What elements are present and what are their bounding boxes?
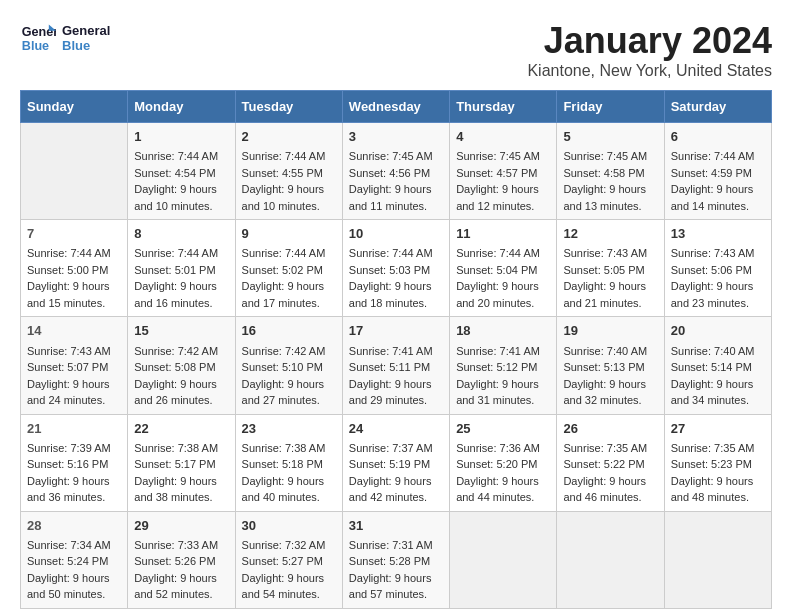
logo-line1: General — [62, 23, 110, 38]
day-number: 29 — [134, 517, 228, 535]
calendar-cell: 14Sunrise: 7:43 AMSunset: 5:07 PMDayligh… — [21, 317, 128, 414]
calendar-cell: 2Sunrise: 7:44 AMSunset: 4:55 PMDaylight… — [235, 123, 342, 220]
calendar-cell: 21Sunrise: 7:39 AMSunset: 5:16 PMDayligh… — [21, 414, 128, 511]
day-info: Sunrise: 7:45 AMSunset: 4:57 PMDaylight:… — [456, 148, 550, 214]
day-number: 31 — [349, 517, 443, 535]
day-info: Sunrise: 7:35 AMSunset: 5:22 PMDaylight:… — [563, 440, 657, 506]
week-row-5: 28Sunrise: 7:34 AMSunset: 5:24 PMDayligh… — [21, 511, 772, 608]
calendar-body: 1Sunrise: 7:44 AMSunset: 4:54 PMDaylight… — [21, 123, 772, 609]
day-info: Sunrise: 7:40 AMSunset: 5:14 PMDaylight:… — [671, 343, 765, 409]
day-number: 3 — [349, 128, 443, 146]
day-number: 20 — [671, 322, 765, 340]
day-info: Sunrise: 7:33 AMSunset: 5:26 PMDaylight:… — [134, 537, 228, 603]
day-number: 8 — [134, 225, 228, 243]
header-monday: Monday — [128, 91, 235, 123]
header-row: SundayMondayTuesdayWednesdayThursdayFrid… — [21, 91, 772, 123]
day-info: Sunrise: 7:42 AMSunset: 5:08 PMDaylight:… — [134, 343, 228, 409]
day-number: 2 — [242, 128, 336, 146]
day-info: Sunrise: 7:42 AMSunset: 5:10 PMDaylight:… — [242, 343, 336, 409]
calendar-cell: 6Sunrise: 7:44 AMSunset: 4:59 PMDaylight… — [664, 123, 771, 220]
day-number: 6 — [671, 128, 765, 146]
title-block: January 2024 Kiantone, New York, United … — [527, 20, 772, 80]
day-number: 21 — [27, 420, 121, 438]
day-number: 28 — [27, 517, 121, 535]
calendar-cell: 12Sunrise: 7:43 AMSunset: 5:05 PMDayligh… — [557, 220, 664, 317]
day-number: 25 — [456, 420, 550, 438]
day-number: 4 — [456, 128, 550, 146]
svg-text:Blue: Blue — [22, 39, 49, 53]
day-info: Sunrise: 7:39 AMSunset: 5:16 PMDaylight:… — [27, 440, 121, 506]
day-number: 5 — [563, 128, 657, 146]
week-row-2: 7Sunrise: 7:44 AMSunset: 5:00 PMDaylight… — [21, 220, 772, 317]
calendar-cell: 3Sunrise: 7:45 AMSunset: 4:56 PMDaylight… — [342, 123, 449, 220]
day-info: Sunrise: 7:43 AMSunset: 5:05 PMDaylight:… — [563, 245, 657, 311]
calendar-cell: 23Sunrise: 7:38 AMSunset: 5:18 PMDayligh… — [235, 414, 342, 511]
header-thursday: Thursday — [450, 91, 557, 123]
page-header: General Blue General Blue January 2024 K… — [20, 20, 772, 80]
logo: General Blue General Blue — [20, 20, 110, 56]
day-info: Sunrise: 7:41 AMSunset: 5:11 PMDaylight:… — [349, 343, 443, 409]
day-number: 14 — [27, 322, 121, 340]
day-info: Sunrise: 7:44 AMSunset: 5:00 PMDaylight:… — [27, 245, 121, 311]
calendar-cell: 5Sunrise: 7:45 AMSunset: 4:58 PMDaylight… — [557, 123, 664, 220]
week-row-1: 1Sunrise: 7:44 AMSunset: 4:54 PMDaylight… — [21, 123, 772, 220]
day-info: Sunrise: 7:37 AMSunset: 5:19 PMDaylight:… — [349, 440, 443, 506]
day-info: Sunrise: 7:43 AMSunset: 5:07 PMDaylight:… — [27, 343, 121, 409]
calendar-cell: 8Sunrise: 7:44 AMSunset: 5:01 PMDaylight… — [128, 220, 235, 317]
calendar-cell: 7Sunrise: 7:44 AMSunset: 5:00 PMDaylight… — [21, 220, 128, 317]
calendar-cell: 4Sunrise: 7:45 AMSunset: 4:57 PMDaylight… — [450, 123, 557, 220]
day-info: Sunrise: 7:45 AMSunset: 4:56 PMDaylight:… — [349, 148, 443, 214]
calendar-subtitle: Kiantone, New York, United States — [527, 62, 772, 80]
day-info: Sunrise: 7:32 AMSunset: 5:27 PMDaylight:… — [242, 537, 336, 603]
week-row-3: 14Sunrise: 7:43 AMSunset: 5:07 PMDayligh… — [21, 317, 772, 414]
day-number: 23 — [242, 420, 336, 438]
day-number: 9 — [242, 225, 336, 243]
day-info: Sunrise: 7:44 AMSunset: 5:03 PMDaylight:… — [349, 245, 443, 311]
day-number: 12 — [563, 225, 657, 243]
calendar-title: January 2024 — [527, 20, 772, 62]
day-number: 1 — [134, 128, 228, 146]
calendar-cell: 24Sunrise: 7:37 AMSunset: 5:19 PMDayligh… — [342, 414, 449, 511]
calendar-cell: 9Sunrise: 7:44 AMSunset: 5:02 PMDaylight… — [235, 220, 342, 317]
calendar-cell: 17Sunrise: 7:41 AMSunset: 5:11 PMDayligh… — [342, 317, 449, 414]
header-wednesday: Wednesday — [342, 91, 449, 123]
day-info: Sunrise: 7:38 AMSunset: 5:17 PMDaylight:… — [134, 440, 228, 506]
day-number: 13 — [671, 225, 765, 243]
day-info: Sunrise: 7:31 AMSunset: 5:28 PMDaylight:… — [349, 537, 443, 603]
day-number: 19 — [563, 322, 657, 340]
calendar-cell: 25Sunrise: 7:36 AMSunset: 5:20 PMDayligh… — [450, 414, 557, 511]
day-info: Sunrise: 7:38 AMSunset: 5:18 PMDaylight:… — [242, 440, 336, 506]
day-number: 7 — [27, 225, 121, 243]
day-number: 27 — [671, 420, 765, 438]
calendar-cell: 28Sunrise: 7:34 AMSunset: 5:24 PMDayligh… — [21, 511, 128, 608]
header-sunday: Sunday — [21, 91, 128, 123]
day-info: Sunrise: 7:44 AMSunset: 5:04 PMDaylight:… — [456, 245, 550, 311]
calendar-cell — [557, 511, 664, 608]
day-number: 30 — [242, 517, 336, 535]
day-info: Sunrise: 7:36 AMSunset: 5:20 PMDaylight:… — [456, 440, 550, 506]
day-info: Sunrise: 7:44 AMSunset: 4:54 PMDaylight:… — [134, 148, 228, 214]
calendar-cell: 18Sunrise: 7:41 AMSunset: 5:12 PMDayligh… — [450, 317, 557, 414]
day-info: Sunrise: 7:40 AMSunset: 5:13 PMDaylight:… — [563, 343, 657, 409]
day-number: 15 — [134, 322, 228, 340]
logo-line2: Blue — [62, 38, 110, 53]
calendar-cell: 19Sunrise: 7:40 AMSunset: 5:13 PMDayligh… — [557, 317, 664, 414]
calendar-cell: 20Sunrise: 7:40 AMSunset: 5:14 PMDayligh… — [664, 317, 771, 414]
calendar-cell — [450, 511, 557, 608]
day-info: Sunrise: 7:34 AMSunset: 5:24 PMDaylight:… — [27, 537, 121, 603]
day-number: 22 — [134, 420, 228, 438]
calendar-cell: 11Sunrise: 7:44 AMSunset: 5:04 PMDayligh… — [450, 220, 557, 317]
header-tuesday: Tuesday — [235, 91, 342, 123]
header-friday: Friday — [557, 91, 664, 123]
day-number: 10 — [349, 225, 443, 243]
calendar-cell: 29Sunrise: 7:33 AMSunset: 5:26 PMDayligh… — [128, 511, 235, 608]
calendar-cell: 26Sunrise: 7:35 AMSunset: 5:22 PMDayligh… — [557, 414, 664, 511]
day-number: 18 — [456, 322, 550, 340]
day-number: 11 — [456, 225, 550, 243]
day-info: Sunrise: 7:41 AMSunset: 5:12 PMDaylight:… — [456, 343, 550, 409]
day-number: 26 — [563, 420, 657, 438]
day-number: 17 — [349, 322, 443, 340]
day-info: Sunrise: 7:44 AMSunset: 5:01 PMDaylight:… — [134, 245, 228, 311]
calendar-cell: 10Sunrise: 7:44 AMSunset: 5:03 PMDayligh… — [342, 220, 449, 317]
calendar-cell: 22Sunrise: 7:38 AMSunset: 5:17 PMDayligh… — [128, 414, 235, 511]
